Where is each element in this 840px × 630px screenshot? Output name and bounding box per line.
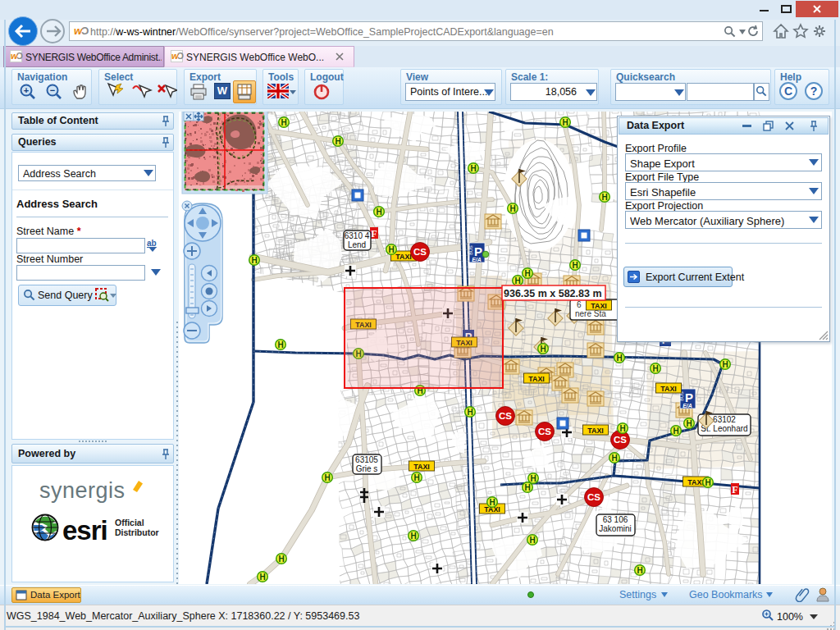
svg-text:63105: 63105 [355,455,378,464]
svg-text:63102: 63102 [713,415,736,424]
svg-text:936.35 m x 582.83 m: 936.35 m x 582.83 m [504,288,602,299]
svg-text:Jakomini: Jakomini [599,524,631,533]
svg-text:F: F [371,228,377,240]
svg-text:H: H [413,473,419,482]
svg-text:63 106: 63 106 [603,515,628,524]
svg-text:TAXI: TAXI [413,463,429,471]
svg-text:F: F [732,484,737,495]
svg-text:H: H [673,427,678,436]
svg-text:H: H [277,340,283,349]
svg-text:H: H [652,364,658,373]
svg-text:H: H [509,204,515,213]
svg-text:H: H [278,555,284,564]
svg-text:TAXI: TAXI [660,385,676,393]
svg-text:H: H [601,193,607,202]
svg-text:−: − [50,85,55,95]
svg-text:H: H [524,269,530,278]
svg-text:H: H [259,573,265,582]
svg-text:nere Sta: nere Sta [575,309,606,318]
svg-text:CS: CS [587,492,600,502]
svg-text:H: H [470,164,476,173]
svg-text:TAXI: TAXI [591,302,606,310]
svg-text:TAXI: TAXI [395,253,411,261]
svg-text:Grie s: Grie s [356,464,378,473]
svg-text:H: H [686,419,692,428]
svg-text:CS: CS [538,427,551,436]
svg-text:H: H [611,454,617,463]
svg-text:CS: CS [499,411,512,421]
svg-text:TAXI: TAXI [528,375,544,383]
svg-text:H: H [251,256,257,265]
svg-text:H: H [562,118,568,127]
svg-text:H: H [388,245,394,254]
svg-text:TAXI: TAXI [687,478,703,486]
svg-text:H: H [376,208,381,217]
svg-text:CS: CS [413,247,427,257]
svg-text:Lend: Lend [348,240,366,249]
svg-text:6: 6 [577,300,582,309]
svg-text:H: H [722,360,728,369]
svg-text:H: H [616,354,622,363]
svg-text:H: H [540,345,546,354]
svg-text:H: H [529,536,535,545]
svg-text:H: H [514,276,520,285]
svg-text:E/A: E/A [472,257,482,262]
svg-text:H: H [637,566,642,575]
svg-text:6310 4: 6310 4 [345,231,370,240]
svg-text:H: H [281,118,286,127]
svg-text:BUS: BUS [468,245,473,255]
svg-text:E/A: E/A [682,403,692,409]
svg-text:H: H [619,424,625,433]
svg-text:H: H [489,498,495,507]
svg-text:H: H [572,261,578,270]
svg-text:H: H [467,408,472,417]
svg-text:H: H [324,473,330,482]
svg-text:CS: CS [614,435,627,445]
svg-text:H: H [524,483,530,492]
svg-text:H: H [705,478,710,487]
svg-text:H: H [335,137,340,146]
svg-text:+: + [24,85,29,95]
svg-text:TAXI: TAXI [587,427,603,435]
svg-text:H: H [410,532,416,541]
svg-text:H: H [530,474,536,483]
